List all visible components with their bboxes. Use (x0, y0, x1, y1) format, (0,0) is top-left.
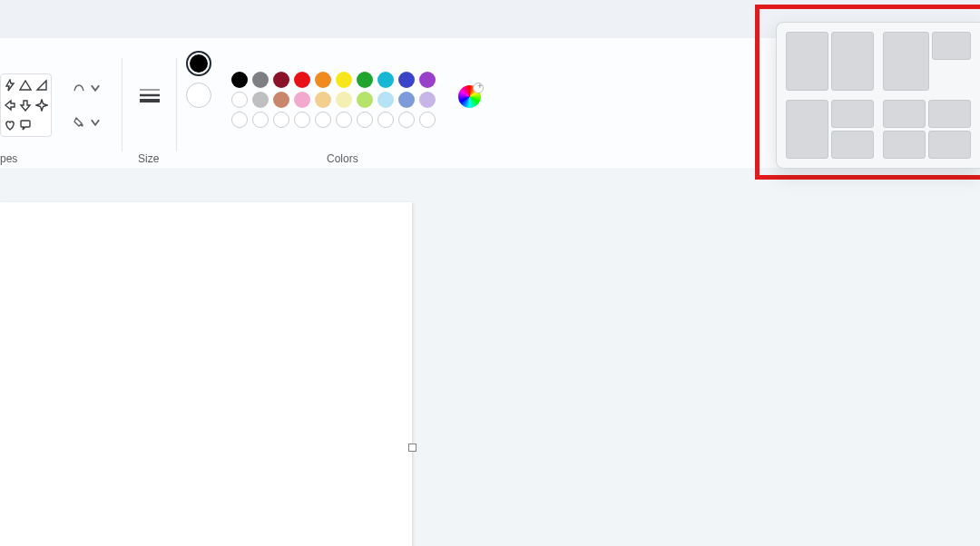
palette-color[interactable] (419, 72, 436, 88)
shapes-dropdowns (71, 73, 103, 137)
palette-color[interactable] (377, 92, 394, 108)
palette-color[interactable] (398, 72, 415, 88)
palette-empty-slot[interactable] (252, 112, 269, 128)
shape-lightning-icon[interactable] (3, 76, 17, 94)
snap-layout-two-thirds[interactable] (883, 32, 971, 91)
size-group: Size (127, 38, 172, 168)
snap-layouts-popup[interactable] (776, 22, 980, 169)
palette-color[interactable] (273, 72, 289, 88)
snap-zone[interactable] (786, 100, 828, 159)
palette-empty-slot[interactable] (377, 112, 394, 128)
palette-empty-slot[interactable] (398, 112, 415, 128)
shape-callout-icon[interactable] (19, 116, 34, 134)
snap-zone[interactable] (786, 32, 828, 91)
palette-color[interactable] (357, 92, 373, 108)
shapes-gallery[interactable] (0, 73, 52, 137)
shape-fill-button[interactable] (71, 108, 103, 137)
shape-outline-button[interactable] (71, 73, 103, 102)
colors-group: + Colors (181, 38, 495, 168)
palette-empty-slot[interactable] (294, 112, 310, 128)
palette-color[interactable] (252, 92, 269, 108)
snap-layout-left-stack[interactable] (786, 100, 874, 159)
palette-color[interactable] (398, 92, 415, 108)
snap-zone[interactable] (831, 32, 874, 91)
snap-zone[interactable] (928, 100, 971, 128)
palette-color[interactable] (294, 72, 310, 88)
color-1-swatch[interactable] (186, 51, 211, 76)
shape-arrow-left-icon[interactable] (3, 96, 17, 114)
palette-empty-slot[interactable] (231, 112, 248, 128)
snap-zone[interactable] (883, 131, 926, 159)
palette-color[interactable] (252, 72, 269, 88)
group-divider (176, 58, 177, 151)
palette-color[interactable] (357, 72, 373, 88)
palette-color[interactable] (377, 72, 394, 88)
plus-icon: + (475, 82, 485, 91)
active-colors (186, 51, 211, 108)
shapes-group: pes (0, 38, 62, 168)
shape-star4-icon[interactable] (34, 96, 49, 114)
palette-color[interactable] (315, 92, 331, 108)
snap-zone[interactable] (883, 32, 929, 91)
palette-color[interactable] (231, 92, 248, 108)
resize-handle-east[interactable] (408, 444, 416, 452)
snap-zone[interactable] (883, 100, 926, 128)
snap-zone[interactable] (831, 131, 874, 159)
snap-zone[interactable] (932, 32, 971, 60)
palette-color[interactable] (273, 92, 289, 108)
canvas-workspace[interactable] (0, 168, 980, 546)
size-button[interactable] (138, 86, 162, 104)
snap-layout-quad[interactable] (883, 100, 971, 159)
shape-triangle-icon[interactable] (19, 76, 34, 94)
color-palette (231, 72, 436, 132)
colors-label: Colors (327, 152, 358, 165)
shape-right-triangle-icon[interactable] (34, 76, 49, 94)
palette-color[interactable] (419, 92, 436, 108)
palette-empty-slot[interactable] (336, 112, 352, 128)
shape-blank (34, 116, 49, 134)
palette-empty-slot[interactable] (419, 112, 436, 128)
palette-color[interactable] (336, 72, 352, 88)
palette-color[interactable] (336, 92, 352, 108)
snap-layout-split-2[interactable] (786, 32, 874, 91)
shapes-label: pes (0, 152, 17, 165)
palette-color[interactable] (315, 72, 331, 88)
snap-zone[interactable] (831, 100, 874, 128)
shape-heart-icon[interactable] (3, 116, 17, 134)
size-label: Size (138, 152, 159, 165)
edit-colors-button[interactable]: + (458, 85, 481, 108)
palette-empty-slot[interactable] (315, 112, 331, 128)
palette-empty-slot[interactable] (273, 112, 289, 128)
color-2-swatch[interactable] (186, 83, 211, 108)
palette-empty-slot[interactable] (357, 112, 373, 128)
group-divider (122, 58, 122, 151)
palette-color[interactable] (231, 72, 248, 88)
snap-zone[interactable] (928, 131, 971, 159)
palette-color[interactable] (294, 92, 310, 108)
canvas[interactable] (0, 202, 412, 546)
shape-arrow-down-icon[interactable] (19, 96, 34, 114)
